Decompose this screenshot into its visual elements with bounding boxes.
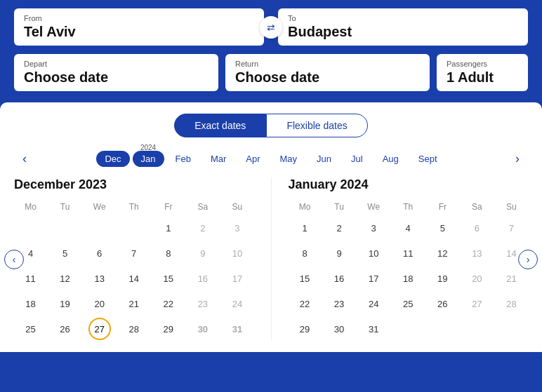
cal-cell[interactable]: 12 — [54, 267, 77, 290]
cal-cell[interactable]: 16 — [192, 267, 214, 290]
month-pill-aug[interactable]: Aug — [374, 151, 407, 167]
passengers-label: Passengers — [447, 60, 518, 68]
cal-cell[interactable]: 23 — [328, 292, 350, 315]
cal-cell[interactable]: 25 — [397, 292, 419, 315]
cal-cell[interactable]: 20 — [465, 267, 488, 290]
swap-icon: ⇄ — [267, 22, 275, 33]
cal-cell[interactable]: 6 — [465, 217, 488, 239]
cal-cell[interactable]: 7 — [123, 242, 145, 264]
month-pill-may[interactable]: May — [272, 151, 306, 167]
cal-cell[interactable]: 27 — [465, 292, 488, 315]
cal-cell[interactable]: 27 — [88, 318, 111, 340]
cal-cell[interactable]: 13 — [88, 267, 111, 290]
cal-cell[interactable]: 28 — [123, 318, 145, 340]
cal-cell[interactable]: 8 — [293, 242, 316, 264]
cal-cell[interactable]: 24 — [362, 292, 385, 315]
month-pill-mar[interactable]: Mar — [202, 151, 234, 167]
cal-cell[interactable]: 18 — [20, 292, 42, 315]
cal-cell[interactable]: 31 — [362, 318, 385, 340]
cal-cell[interactable]: 21 — [500, 267, 522, 290]
cal-cell[interactable]: 6 — [88, 242, 111, 264]
cal-cell[interactable]: 15 — [293, 267, 316, 290]
left-calendar: December 2023 MoTuWeThFrSaSu123456789101… — [14, 177, 254, 341]
next-month-button[interactable]: › — [510, 149, 525, 169]
cal-cell[interactable]: 22 — [157, 292, 180, 315]
cal-cell[interactable]: 29 — [157, 318, 180, 340]
month-pill-jan[interactable]: 2024Jan — [133, 151, 164, 167]
calendars-row: December 2023 MoTuWeThFrSaSu123456789101… — [14, 177, 528, 341]
cal-cell[interactable]: 4 — [397, 217, 419, 239]
from-field[interactable]: From Tel Aviv — [14, 8, 264, 46]
cal-cell[interactable]: 30 — [328, 318, 350, 340]
calendars-wrapper: ‹ December 2023 MoTuWeThFrSaSu1234567891… — [14, 177, 528, 341]
cal-header-sa: Sa — [461, 199, 494, 215]
cal-cell[interactable]: 28 — [500, 292, 522, 315]
month-pill-jul[interactable]: Jul — [343, 151, 371, 167]
cal-cell[interactable]: 12 — [431, 242, 454, 264]
to-field[interactable]: To Budapest — [278, 8, 528, 46]
cal-cell[interactable]: 10 — [362, 242, 385, 264]
calendar-next-button[interactable]: › — [518, 250, 538, 269]
cal-cell[interactable]: 10 — [226, 242, 249, 264]
calendar-divider — [271, 177, 272, 341]
cal-cell[interactable]: 26 — [431, 292, 454, 315]
cal-cell[interactable]: 7 — [500, 217, 522, 239]
cal-cell[interactable]: 2 — [328, 217, 350, 239]
cal-cell[interactable]: 29 — [293, 318, 316, 340]
cal-header-th: Th — [117, 199, 150, 215]
month-pill-sept[interactable]: Sept — [410, 151, 446, 167]
cal-cell[interactable]: 30 — [192, 318, 214, 340]
cal-cell[interactable]: 21 — [123, 292, 145, 315]
right-calendar-grid: MoTuWeThFrSaSu12345678910111213141516171… — [289, 199, 529, 341]
cal-cell[interactable]: 3 — [362, 217, 385, 239]
calendar-prev-button[interactable]: ‹ — [4, 250, 24, 269]
to-city: Budapest — [288, 24, 352, 39]
cal-cell[interactable]: 15 — [157, 267, 180, 290]
cal-cell[interactable]: 8 — [157, 242, 180, 264]
cal-header-tu: Tu — [323, 199, 356, 215]
month-pill-dec[interactable]: Dec — [96, 151, 129, 167]
cal-cell — [54, 217, 77, 239]
cal-cell[interactable]: 5 — [431, 217, 454, 239]
cal-cell[interactable]: 14 — [123, 267, 145, 290]
cal-cell[interactable]: 17 — [362, 267, 385, 290]
cal-cell[interactable]: 11 — [397, 242, 419, 264]
exact-dates-tab[interactable]: Exact dates — [174, 114, 266, 137]
flexible-dates-tab[interactable]: Flexible dates — [266, 114, 367, 137]
cal-cell[interactable]: 2 — [192, 217, 214, 239]
depart-field[interactable]: Depart Choose date — [14, 54, 218, 91]
cal-cell[interactable]: 9 — [192, 242, 214, 264]
cal-cell[interactable]: 5 — [54, 242, 77, 264]
cal-cell[interactable]: 17 — [226, 267, 249, 290]
cal-cell[interactable]: 1 — [293, 217, 316, 239]
cal-cell[interactable]: 19 — [431, 267, 454, 290]
swap-button[interactable]: ⇄ — [260, 16, 282, 39]
month-pill-apr[interactable]: Apr — [237, 151, 268, 167]
cal-header-fr: Fr — [426, 199, 459, 215]
passengers-value: 1 Adult — [447, 69, 494, 85]
cal-cell[interactable]: 19 — [54, 292, 77, 315]
prev-month-button[interactable]: ‹ — [17, 149, 32, 169]
cal-cell[interactable]: 1 — [157, 217, 180, 239]
cal-cell[interactable]: 3 — [226, 217, 249, 239]
cal-cell[interactable]: 26 — [54, 318, 77, 340]
cal-cell[interactable]: 18 — [397, 267, 419, 290]
cal-cell[interactable]: 22 — [293, 292, 316, 315]
return-field[interactable]: Return Choose date — [225, 54, 430, 91]
cal-header-tu: Tu — [48, 199, 81, 215]
cal-cell[interactable]: 23 — [192, 292, 214, 315]
cal-cell[interactable]: 11 — [20, 267, 42, 290]
cal-header-mo: Mo — [14, 199, 47, 215]
cal-cell[interactable]: 31 — [226, 318, 249, 340]
cal-cell[interactable]: 9 — [328, 242, 350, 264]
month-pill-jun[interactable]: Jun — [308, 151, 340, 167]
cal-cell[interactable]: 25 — [20, 318, 42, 340]
month-pill-feb[interactable]: Feb — [167, 151, 199, 167]
month-pills: Dec2024JanFebMarAprMayJunJulAugSept — [96, 151, 445, 167]
cal-cell[interactable]: 24 — [226, 292, 249, 315]
cal-cell[interactable]: 13 — [465, 242, 488, 264]
cal-cell[interactable]: 16 — [328, 267, 350, 290]
cal-header-th: Th — [392, 199, 425, 215]
cal-cell[interactable]: 20 — [88, 292, 111, 315]
return-value: Choose date — [235, 69, 319, 85]
